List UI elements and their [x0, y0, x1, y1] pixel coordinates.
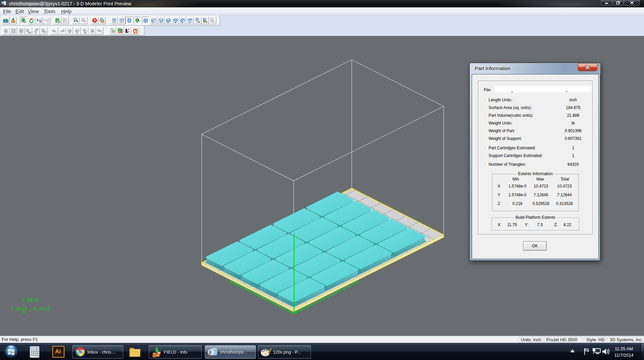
svg-text:Z_AXIS: Z_AXIS: [22, 298, 38, 303]
svg-text:Y_AXIS: Y_AXIS: [11, 307, 27, 312]
svg-text:X_AXIS: X_AXIS: [34, 307, 50, 312]
svg-text:?: ?: [93, 19, 95, 22]
